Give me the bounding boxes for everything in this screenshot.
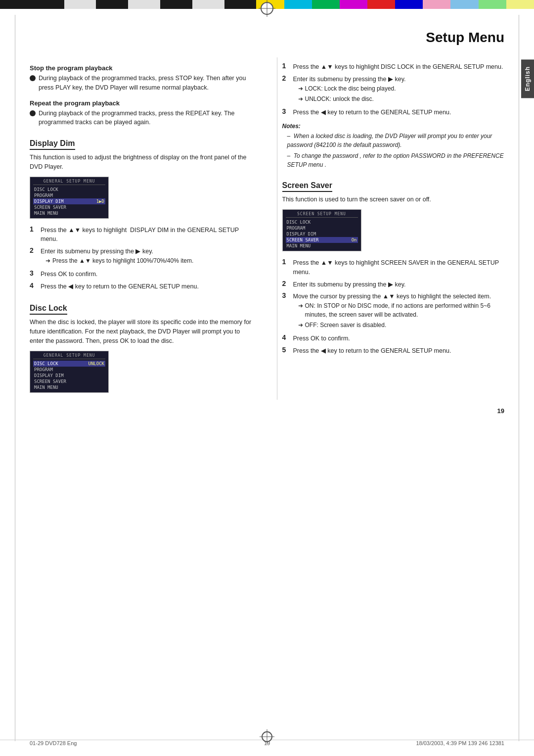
bar-blue: [395, 0, 423, 9]
arrow-ss-text-2: OFF: Screen saver is disabled.: [305, 321, 387, 330]
bar-black: [0, 0, 32, 9]
page-number: 19: [497, 407, 504, 415]
arrow-dl-2: ➜ UNLOCK: unlock the disc.: [298, 94, 505, 103]
footer-left: 01-29 DVD728 Eng: [30, 740, 188, 746]
bottom-crosshair: [262, 731, 272, 742]
disc-lock-description: When the disc is locked, the player will…: [30, 318, 252, 345]
menu-row-ss-displaydim: DISPLAY DIM: [286, 231, 358, 237]
disc-lock-menu-title: GENERAL SETUP MENU: [33, 353, 105, 359]
screen-saver-menu: SCREEN SETUP MENU DISC LOCK PROGRAM DISP…: [282, 209, 361, 251]
arrow-icon-dl1: ➜: [298, 84, 303, 93]
screen-saver-steps: 1 Press the ▲▼ keys to highlight SCREEN …: [282, 258, 505, 356]
bullet-icon: [30, 75, 36, 81]
step-dl-3-text: Press the ◀ key to return to the GENERAL…: [293, 108, 505, 117]
menu-row-disclock: DISC LOCK: [33, 187, 105, 192]
two-column-layout: Stop the program playback During playbac…: [30, 57, 504, 400]
step-ss-num-1: 1: [282, 258, 291, 266]
menu-row-ss-screensaver: SCREEN SAVEROn: [286, 237, 358, 243]
step-ss-4: 4 Press OK to confirm.: [282, 334, 505, 343]
display-dim-steps: 1 Press the ▲▼ keys to highlight DISPLAY…: [30, 226, 252, 291]
step-dl-num-3: 3: [282, 107, 291, 115]
top-crosshair: [261, 2, 273, 15]
step-dl-num-1: 1: [282, 62, 291, 70]
bar-pink: [423, 0, 450, 9]
display-dim-description: This function is used to adjust the brig…: [30, 153, 252, 172]
step-ss-4-text: Press OK to confirm.: [293, 334, 505, 343]
bar-white3: [192, 0, 224, 9]
step-dd-2: 2 Enter its submenu by pressing the ▶ ke…: [30, 247, 252, 267]
step-ss-2: 2 Enter its submenu by pressing the ▶ ke…: [282, 280, 505, 289]
step-ss-num-2: 2: [282, 280, 291, 287]
top-bar-left: [0, 0, 256, 9]
bar-cyan: [284, 0, 312, 9]
disc-lock-menu: GENERAL SETUP MENU DISC LOCKUNLOCK PROGR…: [30, 351, 109, 393]
step-dl-1-text: Press the ▲▼ keys to highlight DISC LOCK…: [293, 62, 505, 72]
step-dl-3: 3 Press the ◀ key to return to the GENER…: [282, 108, 505, 117]
step-3-text: Press OK to confirm.: [41, 270, 252, 279]
step-dd-1: 1 Press the ▲▼ keys to highlight DISPLAY…: [30, 226, 252, 244]
arrow-icon-ss2: ➜: [298, 321, 303, 330]
main-content: Setup Menu Stop the program playback Dur…: [0, 20, 534, 429]
menu-row-dl-displaydim: DISPLAY DIM: [33, 373, 105, 378]
step-dl-num-2: 2: [282, 74, 291, 82]
menu-row-mainmenu: MAIN MENU: [33, 210, 105, 216]
bar-red: [367, 0, 395, 9]
bar-magenta: [340, 0, 367, 9]
arrow-text-1: Press the ▲▼ keys to highlight 100%/70%/…: [52, 256, 193, 265]
bar-white: [64, 0, 96, 9]
screen-saver-description: This function is used to turn the screen…: [282, 195, 505, 204]
step-num-1: 1: [30, 225, 39, 233]
step-ss-num-5: 5: [282, 346, 291, 354]
menu-row-program: PROGRAM: [33, 192, 105, 198]
note-2: – To change the password , refer to the …: [287, 151, 505, 169]
bar-lightgreen: [479, 0, 506, 9]
step-dl-2: 2 Enter its submenu by pressing the ▶ ke…: [282, 75, 505, 105]
note-1: – When a locked disc is loading, the DVD…: [287, 132, 505, 149]
arrow-dl-text-1: LOCK: Lock the disc being played.: [305, 84, 396, 93]
display-dim-menu-title: GENERAL SETUP MENU: [33, 179, 105, 185]
repeat-playback-bullet: During playback of the programmed tracks…: [30, 109, 252, 128]
step-ss-1-text: Press the ▲▼ keys to highlight SCREEN SA…: [293, 258, 505, 277]
arrow-item-1: ➜ Press the ▲▼ keys to highlight 100%/70…: [45, 256, 252, 265]
stop-playback-heading: Stop the program playback: [30, 64, 252, 72]
top-bar-right: [256, 0, 534, 9]
arrow-ss-2: ➜ OFF: Screen saver is disabled.: [298, 321, 505, 330]
footer-right: 18/03/2003, 4:39 PM 139 246 12381: [346, 740, 504, 746]
step-num-2: 2: [30, 246, 39, 254]
arrow-dl-1: ➜ LOCK: Lock the disc being played.: [298, 84, 505, 93]
stop-playback-text: During playback of the programmed tracks…: [39, 74, 252, 93]
bullet-icon2: [30, 110, 36, 116]
arrow-dl-text-2: UNLOCK: unlock the disc.: [305, 94, 374, 103]
display-dim-menu: GENERAL SETUP MENU DISC LOCK PROGRAM DIS…: [30, 177, 109, 219]
menu-row-ss-mainmenu: MAIN MENU: [286, 243, 358, 249]
step-1-text: Press the ▲▼ keys to highlight DISPLAY D…: [41, 226, 252, 244]
menu-row-ss-program: PROGRAM: [286, 225, 358, 231]
step-dl-2-content: Enter its submenu by pressing the ▶ key.…: [293, 75, 505, 105]
menu-row-dl-screensaver: SCREEN SAVER: [33, 378, 105, 384]
arrow-ss-text-1: ON: In STOP or No DISC mode, if no actio…: [305, 301, 505, 319]
menu-row-dl-program: PROGRAM: [33, 367, 105, 373]
repeat-playback-text: During playback of the programmed tracks…: [39, 109, 252, 128]
menu-row-dl-disclock: DISC LOCKUNLOCK: [33, 361, 105, 367]
step-dd-3: 3 Press OK to confirm.: [30, 270, 252, 279]
display-dim-heading: Display Dim: [30, 139, 75, 150]
bar-black2: [32, 0, 64, 9]
bar-black4: [160, 0, 192, 9]
step-dd-4: 4 Press the ◀ key to return to the GENER…: [30, 282, 252, 291]
disc-lock-heading: Disc Lock: [30, 304, 67, 315]
step-2-content: Enter its submenu by pressing the ▶ key.…: [41, 247, 252, 267]
arrow-ss-1: ➜ ON: In STOP or No DISC mode, if no act…: [298, 301, 505, 319]
screen-saver-heading: Screen Saver: [282, 181, 332, 192]
arrow-icon-ss1: ➜: [298, 301, 303, 319]
menu-row-ss-disclock: DISC LOCK: [286, 219, 358, 225]
right-column: 1 Press the ▲▼ keys to highlight DISC LO…: [277, 57, 505, 400]
step-ss-5-text: Press the ◀ key to return to the GENERAL…: [293, 346, 505, 356]
menu-row-dl-mainmenu: MAIN MENU: [33, 384, 105, 390]
repeat-playback-heading: Repeat the program playback: [30, 99, 252, 107]
menu-row-screensaver: SCREEN SAVER: [33, 204, 105, 210]
bar-lightyellow: [506, 0, 534, 9]
bar-black3: [96, 0, 128, 9]
step-ss-1: 1 Press the ▲▼ keys to highlight SCREEN …: [282, 258, 505, 277]
arrow-icon-dl2: ➜: [298, 94, 303, 103]
notes-title: Notes:: [282, 123, 505, 130]
